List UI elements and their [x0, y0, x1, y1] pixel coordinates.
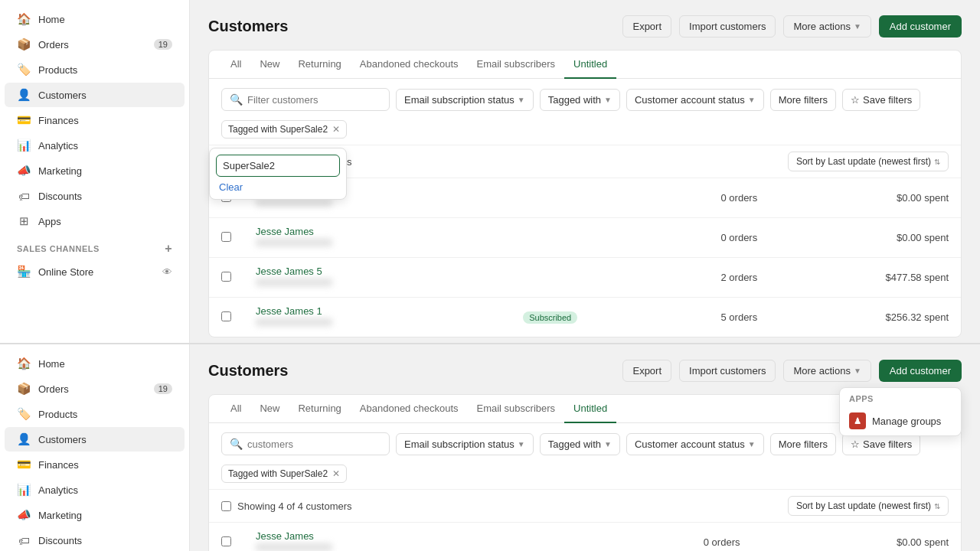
sidebar-item-discounts[interactable]: 🏷 Discounts — [5, 528, 185, 551]
manage-groups-label: Manage groups — [872, 416, 941, 427]
tab-all[interactable]: All — [221, 51, 250, 79]
sidebar-item-marketing[interactable]: 📣 Marketing — [5, 503, 185, 527]
sort-button-top[interactable]: Sort by Last update (newest first) ⇅ — [788, 152, 949, 171]
main-header-top: Customers Export Import customers More a… — [208, 15, 962, 37]
sidebar-item-products[interactable]: 🏷️ Products — [5, 402, 185, 426]
email-sub-filter-top[interactable]: Email subscription status ▼ — [396, 89, 534, 111]
sidebar-item-orders[interactable]: 📦 Orders 19 — [5, 32, 185, 57]
row-checkbox-2[interactable] — [209, 258, 243, 298]
orders-icon: 📦 — [17, 382, 31, 396]
customer-name-2[interactable]: Jesse James 5 — [256, 266, 452, 277]
search-box-bottom[interactable]: 🔍 — [221, 432, 390, 455]
import-button-top[interactable]: Import customers — [679, 15, 776, 37]
sidebar-item-finances[interactable]: 💳 Finances — [5, 452, 185, 477]
sidebar-item-finances[interactable]: 💳 Finances — [5, 108, 185, 132]
star-icon: ☆ — [851, 439, 860, 450]
chevron-down-icon: ▼ — [518, 96, 525, 104]
sidebar-item-products[interactable]: 🏷️ Products — [5, 57, 185, 82]
subscription-status-3: Subscribed — [464, 298, 636, 337]
sidebar-item-marketing[interactable]: 📣 Marketing — [5, 158, 185, 183]
page-title-top: Customers — [208, 18, 288, 35]
sidebar-bottom: 🏠 Home 📦 Orders 19 🏷️ Products 👤 Custome… — [0, 344, 190, 551]
export-button-bottom[interactable]: Export — [622, 360, 671, 382]
sidebar-item-orders[interactable]: 📦 Orders 19 — [5, 377, 185, 401]
table-row[interactable]: Jesse James 1 Subscribed 5 orders $256.3… — [209, 298, 961, 337]
discounts-icon: 🏷 — [17, 189, 31, 203]
row-checkbox-3[interactable] — [209, 298, 243, 337]
tab-untitled[interactable]: Untitled — [564, 395, 616, 423]
more-filters-button-bottom[interactable]: More filters — [770, 433, 836, 455]
email-sub-filter-bottom[interactable]: Email subscription status ▼ — [396, 433, 534, 455]
search-input-bottom[interactable] — [247, 439, 381, 450]
add-customer-button-top[interactable]: Add customer — [879, 15, 962, 37]
tag-chip-remove-bottom[interactable]: ✕ — [332, 468, 340, 479]
customer-name-0[interactable]: Jesse James — [256, 530, 507, 542]
eye-icon: 👁 — [162, 266, 172, 278]
tab-email_subscribers[interactable]: Email subscribers — [468, 395, 565, 423]
tab-abandoned[interactable]: Abandoned checkouts — [351, 51, 468, 79]
table-row[interactable]: Jesse James 0 orders $0.00 spent — [209, 523, 961, 552]
sort-button-bottom[interactable]: Sort by Last update (newest first) ⇅ — [788, 496, 949, 516]
products-icon: 🏷️ — [17, 407, 31, 421]
orders-1: 0 orders — [636, 218, 769, 258]
export-button-top[interactable]: Export — [622, 15, 671, 37]
customer-name-1[interactable]: Jesse James — [256, 226, 452, 237]
sidebar-item-customers[interactable]: 👤 Customers — [5, 83, 185, 107]
spent-2: $477.58 spent — [769, 258, 961, 298]
tab-returning[interactable]: Returning — [289, 395, 350, 423]
tagged-with-filter-bottom[interactable]: Tagged with ▼ — [540, 433, 620, 455]
sidebar-item-apps[interactable]: ⊞ Apps — [5, 209, 185, 233]
select-all-checkbox-bottom[interactable] — [221, 501, 231, 511]
tag-chip-bottom: Tagged with SuperSale2 ✕ — [221, 465, 347, 483]
search-input-top[interactable] — [247, 94, 381, 106]
add-sales-channel-button[interactable]: + — [165, 242, 172, 256]
search-icon-top: 🔍 — [230, 93, 243, 106]
more-actions-dropdown-bottom: Apps ♟ Manage groups — [839, 387, 962, 436]
sidebar-label-orders: Orders — [38, 383, 69, 395]
add-customer-button-bottom[interactable]: Add customer — [879, 360, 962, 382]
tab-new[interactable]: New — [250, 51, 289, 79]
sidebar-item-discounts[interactable]: 🏷 Discounts — [5, 184, 185, 208]
search-box-top[interactable]: 🔍 — [221, 88, 390, 111]
account-status-filter-bottom[interactable]: Customer account status ▼ — [626, 433, 764, 455]
tab-new[interactable]: New — [250, 395, 289, 423]
header-actions-bottom: Export Import customers More actions ▼ A… — [622, 360, 962, 382]
sidebar-item-customers[interactable]: 👤 Customers — [5, 427, 185, 452]
tag-chip-remove-top[interactable]: ✕ — [332, 124, 340, 135]
tag-dropdown-clear-top[interactable]: Clear — [216, 177, 340, 193]
row-checkbox-1[interactable] — [209, 218, 243, 258]
subscription-status-0 — [464, 178, 636, 218]
sales-channels-label: SALES CHANNELS — [17, 244, 100, 253]
account-status-filter-top[interactable]: Customer account status ▼ — [626, 89, 764, 111]
apps-icon: ⊞ — [17, 214, 31, 228]
tagged-with-filter-top[interactable]: Tagged with ▼ — [540, 89, 620, 111]
sidebar-badge-orders: 19 — [154, 383, 172, 394]
home-icon: 🏠 — [17, 357, 31, 370]
more-actions-button-top[interactable]: More actions ▼ — [783, 15, 871, 37]
tab-untitled[interactable]: Untitled — [564, 51, 616, 79]
tab-email_subscribers[interactable]: Email subscribers — [468, 51, 565, 79]
tag-dropdown-input-top[interactable] — [216, 155, 340, 177]
sidebar-item-online-store[interactable]: 🏪 Online Store 👁 — [5, 259, 185, 284]
sidebar-item-home[interactable]: 🏠 Home — [5, 7, 185, 31]
row-checkbox-0[interactable] — [209, 523, 243, 552]
tag-chip-top: Tagged with SuperSale2 ✕ — [221, 120, 347, 139]
table-row[interactable]: Jesse James 0 orders $0.00 spent — [209, 218, 961, 258]
sidebar-label-marketing: Marketing — [38, 165, 82, 177]
sidebar-item-analytics[interactable]: 📊 Analytics — [5, 478, 185, 502]
table-row[interactable]: Jesse James 5 2 orders $477.58 spent — [209, 258, 961, 298]
tab-all[interactable]: All — [221, 395, 250, 423]
dropdown-item-manage-groups[interactable]: ♟ Manage groups — [840, 406, 961, 435]
orders-0: 0 orders — [636, 178, 769, 218]
orders-2: 2 orders — [636, 258, 769, 298]
more-actions-button-bottom[interactable]: More actions ▼ — [783, 360, 871, 382]
sidebar-item-home[interactable]: 🏠 Home — [5, 351, 185, 376]
tab-abandoned[interactable]: Abandoned checkouts — [351, 395, 468, 423]
sidebar-item-analytics[interactable]: 📊 Analytics — [5, 133, 185, 158]
customer-name-3[interactable]: Jesse James 1 — [256, 305, 452, 317]
save-filters-button-top[interactable]: ☆ Save filters — [842, 89, 920, 111]
more-filters-button-top[interactable]: More filters — [770, 89, 836, 111]
sidebar-top: 🏠 Home 📦 Orders 19 🏷️ Products 👤 Custome… — [0, 0, 190, 343]
tab-returning[interactable]: Returning — [289, 51, 350, 79]
import-button-bottom[interactable]: Import customers — [679, 360, 776, 382]
